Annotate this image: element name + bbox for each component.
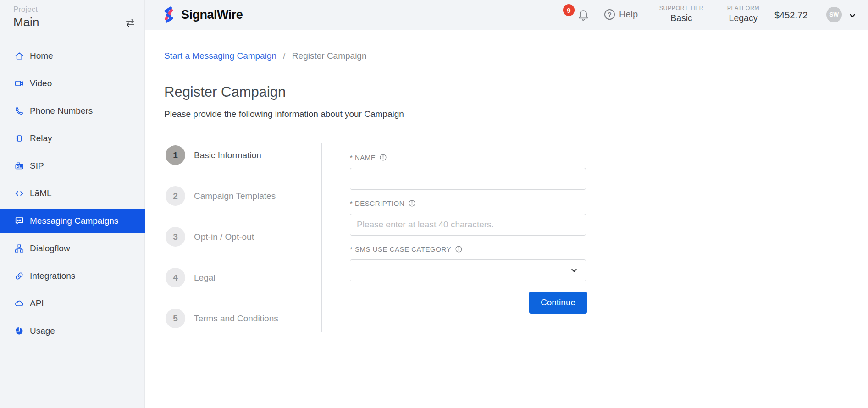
breadcrumb-separator: / [283, 51, 285, 61]
fax-phone-icon [14, 161, 24, 171]
project-name: Main [13, 15, 39, 29]
sidebar-item-label: API [30, 298, 44, 309]
question-mark-icon: ? [604, 9, 615, 20]
breadcrumb-link-start-messaging-campaign[interactable]: Start a Messaging Campaign [164, 51, 276, 61]
sidebar-item-label: Home [30, 51, 53, 61]
sidebar-item-label: SIP [30, 161, 44, 171]
sidebar-item-laml[interactable]: LāML [0, 181, 145, 206]
category-field-label-row: * SMS USE CASE CATEGORY [350, 245, 463, 253]
phone-icon [14, 106, 24, 116]
step-number: 5 [166, 309, 185, 328]
sidebar-item-messaging-campaigns[interactable]: Messaging Campaigns [0, 209, 145, 233]
continue-button[interactable]: Continue [529, 292, 587, 314]
step-label: Legal [194, 273, 216, 283]
support-tier-label: SUPPORT TIER [654, 5, 709, 11]
signalwire-logo-mark [160, 6, 177, 24]
page-title: Register Campaign [164, 84, 286, 100]
step-label: Basic Information [194, 150, 261, 160]
stepper-form-divider [321, 143, 322, 332]
sms-use-case-select[interactable] [350, 259, 586, 281]
sidebar-item-label: Phone Numbers [30, 106, 93, 116]
platform: PLATFORM Legacy [718, 5, 768, 23]
project-switch-icon[interactable] [123, 17, 138, 30]
link-icon [14, 271, 24, 281]
step-campaign-templates[interactable]: 2 Campaign Templates [166, 186, 278, 206]
chat-bubble-icon [14, 216, 24, 226]
notification-badge: 9 [563, 4, 575, 16]
video-camera-icon [14, 78, 24, 88]
description-field-label-row: * DESCRIPTION [350, 199, 416, 207]
step-label: Opt-in / Opt-out [194, 232, 254, 242]
sitemap-icon [14, 243, 24, 254]
info-icon[interactable] [455, 245, 463, 253]
main-content: Start a Messaging Campaign / Register Ca… [145, 30, 868, 408]
sidebar-item-api[interactable]: API [0, 291, 145, 316]
sidebar-item-home[interactable]: Home [0, 44, 145, 68]
sidebar-item-usage[interactable]: Usage [0, 319, 145, 343]
step-opt-in-opt-out[interactable]: 3 Opt-in / Opt-out [166, 227, 278, 247]
sidebar-item-label: Integrations [30, 271, 75, 281]
sidebar-item-label: LāML [30, 188, 52, 198]
platform-label: PLATFORM [718, 5, 768, 11]
pie-chart-icon [14, 326, 24, 336]
step-number: 3 [166, 227, 185, 247]
sidebar-item-label: Usage [30, 326, 55, 336]
breadcrumb: Start a Messaging Campaign / Register Ca… [164, 51, 367, 61]
sidebar-item-label: Dialogflow [30, 243, 70, 254]
info-icon[interactable] [379, 154, 387, 161]
code-icon [14, 188, 24, 198]
page-subtitle: Please provide the following information… [164, 109, 404, 119]
notifications-bell[interactable]: 9 [563, 0, 592, 28]
breadcrumb-current: Register Campaign [292, 51, 367, 61]
account-menu-chevron-down-icon[interactable] [847, 11, 857, 21]
home-icon [14, 51, 24, 61]
step-terms-and-conditions[interactable]: 5 Terms and Conditions [166, 309, 278, 328]
bell-icon [577, 9, 590, 22]
sidebar-item-label: Video [30, 78, 52, 88]
project-label: Project [13, 5, 38, 14]
name-input[interactable] [350, 168, 586, 190]
help-label: Help [619, 9, 638, 20]
cloud-icon [14, 298, 24, 309]
sidebar-item-dialogflow[interactable]: Dialogflow [0, 236, 145, 261]
sidebar-item-sip[interactable]: SIP [0, 154, 145, 178]
name-label: * NAME [350, 154, 376, 161]
description-input[interactable] [350, 214, 586, 236]
wizard-stepper: 1 Basic Information 2 Campaign Templates… [166, 145, 278, 328]
sidebar-item-integrations[interactable]: Integrations [0, 264, 145, 288]
sidebar-item-label: Messaging Campaigns [30, 216, 118, 226]
step-number: 4 [166, 268, 185, 287]
top-header: SignalWire 9 ? Help SUPPORT TIER Basic P… [145, 0, 868, 30]
sidebar-item-relay[interactable]: Relay [0, 126, 145, 151]
sidebar-nav: Home Video Phone Numbers Relay [0, 44, 145, 343]
step-basic-information[interactable]: 1 Basic Information [166, 145, 278, 165]
description-label: * DESCRIPTION [350, 199, 404, 207]
support-tier-value: Basic [654, 13, 709, 23]
signalwire-logo[interactable]: SignalWire [160, 6, 243, 24]
help-button[interactable]: ? Help [604, 9, 638, 20]
chip-icon [14, 133, 24, 143]
account-balance[interactable]: $452.72 [774, 10, 807, 21]
app-root: Project Main Home Video [0, 0, 868, 408]
step-number: 1 [166, 145, 185, 165]
platform-value: Legacy [718, 13, 768, 23]
category-label: * SMS USE CASE CATEGORY [350, 245, 451, 253]
brand-name: SignalWire [181, 8, 243, 22]
name-field-label-row: * NAME [350, 154, 387, 161]
select-chevron-down-icon [569, 265, 579, 276]
sidebar-item-label: Relay [30, 133, 52, 143]
sidebar: Project Main Home Video [0, 0, 145, 408]
sidebar-item-phone-numbers[interactable]: Phone Numbers [0, 99, 145, 123]
step-number: 2 [166, 186, 185, 206]
step-label: Campaign Templates [194, 191, 276, 201]
avatar[interactable]: SW [826, 7, 842, 22]
info-icon[interactable] [408, 199, 416, 207]
step-legal[interactable]: 4 Legal [166, 268, 278, 287]
sidebar-item-video[interactable]: Video [0, 71, 145, 96]
support-tier: SUPPORT TIER Basic [654, 5, 709, 23]
step-label: Terms and Conditions [194, 314, 278, 324]
